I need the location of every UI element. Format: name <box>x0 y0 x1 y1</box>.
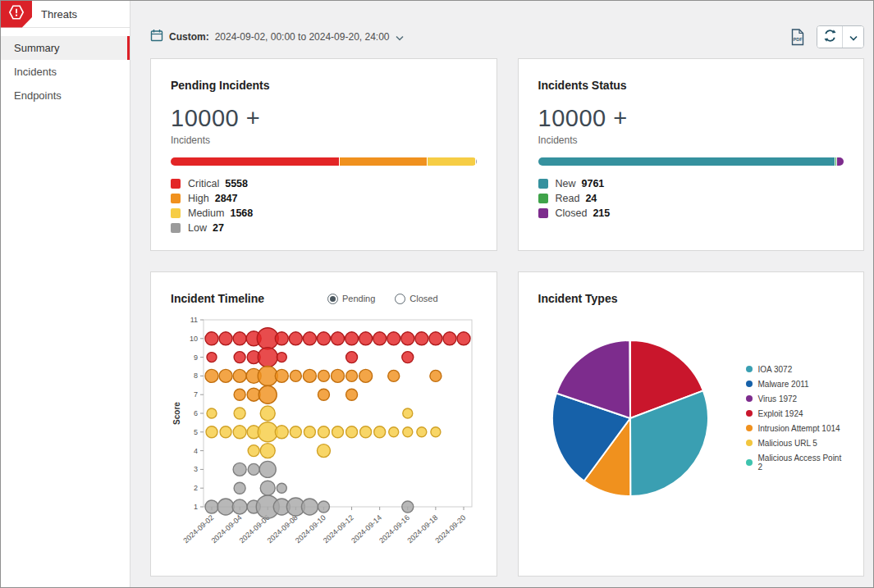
incidents-status-count: 10000 + <box>538 105 844 132</box>
pie-legend-dot <box>746 395 753 402</box>
pie-legend-item: IOA 3072 <box>746 365 844 374</box>
svg-text:9: 9 <box>194 353 198 362</box>
calendar-icon <box>150 29 163 45</box>
bubble <box>359 369 373 382</box>
bar-segment-low <box>476 157 477 166</box>
svg-text:Score: Score <box>172 402 181 425</box>
bubble <box>290 370 301 381</box>
bubble <box>443 332 456 345</box>
radio-closed[interactable]: Closed <box>395 294 437 304</box>
bubble <box>234 408 245 419</box>
bubble <box>248 463 259 475</box>
legend-value: 24 <box>585 193 597 204</box>
timeline-header: Incident Timeline PendingClosed <box>171 292 477 305</box>
bar-segment-critical <box>171 157 339 166</box>
bubble <box>275 369 288 382</box>
radio-label: Pending <box>342 294 375 303</box>
bar-segment-read <box>835 157 836 166</box>
pending-incidents-count: 10000 + <box>171 105 477 132</box>
legend-item-closed: Closed215 <box>538 206 844 221</box>
legend-label: High <box>188 193 209 204</box>
legend-swatch <box>538 208 548 218</box>
bubble <box>207 408 217 418</box>
legend-label: Medium <box>188 207 224 219</box>
pie-legend-dot <box>746 440 753 446</box>
legend-label: Low <box>188 222 207 234</box>
pie-legend-dot <box>746 366 753 372</box>
bubble <box>402 501 414 513</box>
sidebar-item-summary[interactable]: Summary <box>1 36 130 60</box>
bubble <box>290 426 301 438</box>
radio-circle[interactable] <box>395 294 405 304</box>
sidebar-nav: Summary Incidents Endpoints <box>1 28 130 107</box>
bubble <box>318 389 329 400</box>
bubble <box>373 332 387 345</box>
bubble <box>219 369 232 382</box>
bubble <box>234 389 245 400</box>
pie-legend-dot <box>746 425 753 431</box>
bubble <box>346 352 358 363</box>
bubble <box>260 406 275 421</box>
bubble <box>318 501 329 513</box>
dashboard-grid: Pending Incidents 10000 + Incidents Crit… <box>150 58 864 577</box>
svg-text:4: 4 <box>194 447 198 455</box>
threat-alert-icon <box>8 4 25 24</box>
bubble <box>248 445 259 457</box>
bar-segment-medium <box>428 157 475 166</box>
bubble <box>417 427 427 437</box>
legend-swatch <box>171 179 181 189</box>
bubble <box>205 500 218 513</box>
legend-swatch <box>538 179 548 189</box>
legend-item-low: Low27 <box>171 221 477 235</box>
bubble <box>431 427 441 437</box>
bubble <box>317 332 330 345</box>
bubble <box>317 444 330 458</box>
sidebar: Threats Summary Incidents Endpoints <box>1 1 130 587</box>
legend-value: 2847 <box>215 193 238 204</box>
sidebar-item-incidents[interactable]: Incidents <box>1 60 130 84</box>
pdf-icon-label: PDF <box>794 36 803 41</box>
toolbar-actions: PDF <box>790 25 864 48</box>
bubble <box>232 499 247 514</box>
svg-text:8: 8 <box>194 371 198 380</box>
bubble <box>233 332 246 345</box>
bubble <box>220 426 231 438</box>
legend-item-high: High2847 <box>171 191 477 206</box>
legend-label: Closed <box>556 207 588 219</box>
refresh-button[interactable] <box>817 26 842 48</box>
bubble <box>303 332 316 345</box>
svg-text:5: 5 <box>194 428 198 436</box>
bubble <box>318 426 329 438</box>
pie-legend: IOA 3072Malware 2011Virus 1972Exploit 19… <box>746 365 844 472</box>
date-range-picker[interactable]: Custom: 2024-09-02, 00:00 to 2024-09-20,… <box>150 29 404 45</box>
bubble <box>207 353 217 362</box>
app-window: Threats Summary Incidents Endpoints Cust… <box>0 0 874 588</box>
bubble <box>275 426 288 439</box>
legend-value: 27 <box>213 222 224 234</box>
bubble <box>206 426 217 438</box>
refresh-dropdown-button[interactable] <box>842 26 863 48</box>
legend-item-new: New9761 <box>538 176 844 191</box>
sidebar-item-endpoints[interactable]: Endpoints <box>1 84 130 107</box>
bubble <box>233 426 246 439</box>
bubble <box>217 499 234 515</box>
pending-incidents-card: Pending Incidents 10000 + Incidents Crit… <box>150 58 497 251</box>
bubble <box>332 369 345 382</box>
incidents-status-caption: Incidents <box>538 134 844 146</box>
radio-pending[interactable]: Pending <box>327 294 375 304</box>
bubble <box>415 332 428 345</box>
card-title: Incident Types <box>538 292 844 305</box>
bar-segment-closed <box>837 157 844 166</box>
timeline-chart-area: 12345678910112024-09-022024-09-042024-09… <box>171 312 477 563</box>
legend-value: 5558 <box>225 178 248 189</box>
radio-circle[interactable] <box>327 294 338 304</box>
bubble <box>277 483 286 493</box>
pie-legend-label: Virus 1972 <box>758 394 798 403</box>
threats-badge <box>1 1 32 28</box>
bubble <box>205 369 218 382</box>
legend-value: 9761 <box>582 178 605 189</box>
pie-legend-label: Malware 2011 <box>758 380 809 389</box>
pdf-export-button[interactable]: PDF <box>790 29 805 46</box>
bubble <box>259 385 277 403</box>
bar-segment-high <box>340 157 426 166</box>
